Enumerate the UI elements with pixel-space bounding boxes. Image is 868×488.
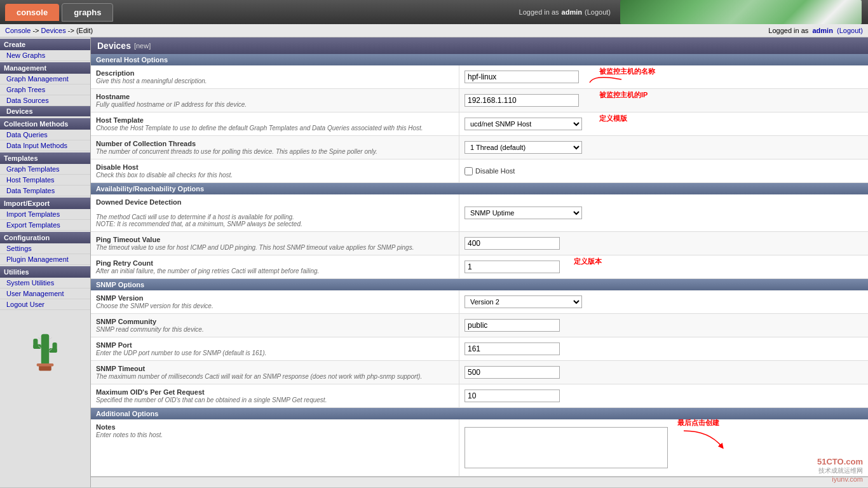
section-additional: Additional Options: [91, 408, 868, 419]
sidebar-item-data-sources[interactable]: Data Sources: [0, 95, 90, 106]
snmp-port-desc: Enter the UDP port number to use for SNM…: [96, 349, 454, 356]
breadcrumb-edit: (Edit): [76, 27, 93, 34]
host-template-select[interactable]: ucd/net SNMP Host Generic SNMP-enabled H…: [465, 118, 582, 130]
cactus-banner: [620, 0, 862, 24]
top-navigation-bar: console graphs Logged in as admin (Logou…: [0, 0, 868, 24]
ping-timeout-label: Ping Timeout Value: [96, 236, 454, 243]
svg-rect-4: [53, 342, 57, 353]
form-row-ping-retry: Ping Retry Count After an initial failur…: [91, 255, 868, 279]
sidebar-item-import-templates[interactable]: Import Templates: [0, 209, 90, 220]
bottom-bar: [91, 477, 868, 487]
section-snmp: SNMP Options: [91, 279, 868, 290]
notes-label: Notes: [96, 423, 454, 431]
form-row-snmp-version: SNMP Version Choose the SNMP version for…: [91, 290, 868, 314]
svg-rect-2: [33, 339, 37, 349]
annotation-hostname-ip: 被监控主机的IP: [599, 90, 648, 100]
graphs-tab[interactable]: graphs: [62, 3, 113, 22]
notes-textarea[interactable]: [465, 427, 668, 468]
ping-retry-label: Ping Retry Count: [96, 259, 454, 267]
snmp-version-label: SNMP Version: [96, 294, 454, 302]
sidebar-section-utilities: Utilities: [0, 266, 90, 278]
page-badge: [new]: [134, 42, 151, 50]
ping-timeout-input[interactable]: [465, 237, 560, 250]
snmp-community-label: SNMP Community: [96, 318, 454, 325]
section-general: General Host Options: [91, 54, 868, 65]
logout-link[interactable]: (Logout): [585, 8, 611, 16]
svg-rect-0: [41, 334, 49, 365]
admin-username[interactable]: admin: [562, 8, 582, 16]
sidebar-section-templates: Templates: [0, 152, 90, 164]
snmp-version-desc: Choose the SNMP version for this device.: [96, 302, 454, 309]
logout-link-breadcrumb[interactable]: (Logout): [837, 27, 863, 34]
hostname-input[interactable]: [465, 94, 579, 107]
hostname-label: Hostname: [96, 93, 454, 100]
sidebar-section-create: Create: [0, 39, 90, 50]
sidebar-item-devices[interactable]: Devices: [0, 106, 90, 117]
breadcrumb-devices[interactable]: Devices: [41, 27, 66, 34]
annotation-define-version: 定义版本: [574, 257, 602, 266]
section-availability: Availability/Reachability Options: [91, 183, 868, 194]
sidebar-item-host-templates[interactable]: Host Templates: [0, 175, 90, 186]
sidebar-section-import-export: Import/Export: [0, 198, 90, 209]
sidebar-item-graph-trees[interactable]: Graph Trees: [0, 85, 90, 95]
host-template-desc: Choose the Host Template to use to defin…: [96, 125, 454, 132]
snmp-timeout-label: SNMP Timeout: [96, 365, 454, 372]
ping-retry-desc: After an initial failure, the number of …: [96, 268, 454, 274]
form-row-collection-threads: Number of Collection Threads The number …: [91, 136, 868, 159]
page-header: Devices [new]: [91, 37, 868, 54]
collection-threads-label: Number of Collection Threads: [96, 140, 454, 147]
form-row-snmp-timeout: SNMP Timeout The maximum number of milli…: [91, 361, 868, 384]
notes-desc: Enter notes to this host.: [96, 431, 454, 438]
form-row-description: Description Give this host a meaningful …: [91, 65, 868, 89]
sidebar-item-logout-user[interactable]: Logout User: [0, 299, 90, 310]
description-desc: Give this host a meaningful description.: [96, 78, 454, 85]
snmp-timeout-input[interactable]: [465, 366, 560, 379]
collection-threads-desc: The number of concurrent threads to use …: [96, 148, 454, 155]
ping-retry-input[interactable]: [465, 261, 560, 273]
breadcrumb-console[interactable]: Console: [5, 27, 31, 34]
snmp-community-input[interactable]: [465, 319, 560, 332]
admin-link[interactable]: admin: [812, 27, 832, 34]
sidebar-item-graph-templates[interactable]: Graph Templates: [0, 164, 90, 175]
sidebar-item-data-input-methods[interactable]: Data Input Methods: [0, 140, 90, 151]
sidebar-item-plugin-management[interactable]: Plugin Management: [0, 254, 90, 265]
sidebar-item-user-management[interactable]: User Management: [0, 288, 90, 299]
sidebar-item-new-graphs[interactable]: New Graphs: [0, 50, 90, 61]
sidebar-item-graph-management[interactable]: Graph Management: [0, 74, 90, 85]
form-row-downed-detection: Downed Device Detection The method Cacti…: [91, 194, 868, 232]
snmp-version-select[interactable]: Version 1 Version 2 Version 3: [465, 295, 582, 308]
sidebar-item-system-utilities[interactable]: System Utilities: [0, 278, 90, 288]
sidebar-item-export-templates[interactable]: Export Templates: [0, 220, 90, 231]
sidebar-section-management: Management: [0, 62, 90, 74]
disable-host-checkbox[interactable]: [465, 167, 473, 175]
snmp-port-input[interactable]: [465, 342, 560, 355]
form-row-hostname: Hostname Fully qualified hostname or IP …: [91, 89, 868, 112]
hostname-desc: Fully qualified hostname or IP address f…: [96, 101, 454, 108]
sidebar-item-data-templates[interactable]: Data Templates: [0, 186, 90, 196]
description-input[interactable]: [465, 71, 579, 83]
login-info: Logged in as admin (Logout): [768, 27, 863, 34]
form-row-snmp-community: SNMP Community SNMP read community for t…: [91, 314, 868, 337]
max-oids-desc: Specified the number of OID's that can b…: [96, 396, 454, 403]
logged-in-text: Logged in as: [519, 8, 559, 16]
max-oids-label: Maximum OID's Per Get Request: [96, 388, 454, 396]
downed-detection-select[interactable]: SNMP Uptime Ping Ping and SNMP None: [465, 207, 582, 219]
svg-line-8: [49, 337, 51, 340]
form-row-max-oids: Maximum OID's Per Get Request Specified …: [91, 384, 868, 408]
sidebar: Create New Graphs Management Graph Manag…: [0, 37, 91, 487]
console-tab[interactable]: console: [5, 4, 59, 21]
page-title: Devices: [97, 41, 131, 51]
sidebar-section-config: Configuration: [0, 232, 90, 243]
form-row-snmp-port: SNMP Port Enter the UDP port number to u…: [91, 337, 868, 361]
main-layout: Create New Graphs Management Graph Manag…: [0, 37, 868, 487]
breadcrumb: Console -> Devices -> (Edit): [5, 27, 93, 34]
max-oids-input[interactable]: [465, 390, 560, 402]
form-row-ping-timeout: Ping Timeout Value The timeout value to …: [91, 232, 868, 255]
sidebar-item-settings[interactable]: Settings: [0, 243, 90, 254]
description-label: Description: [96, 69, 454, 77]
collection-threads-select[interactable]: 1 Thread (default) 2 Threads 4 Threads: [465, 141, 582, 154]
form-row-notes: Notes Enter notes to this host.: [91, 419, 868, 477]
sidebar-item-data-queries[interactable]: Data Queries: [0, 130, 90, 140]
top-bar-right: Logged in as admin (Logout): [519, 0, 862, 24]
downed-detection-label: Downed Device Detection: [96, 198, 454, 206]
